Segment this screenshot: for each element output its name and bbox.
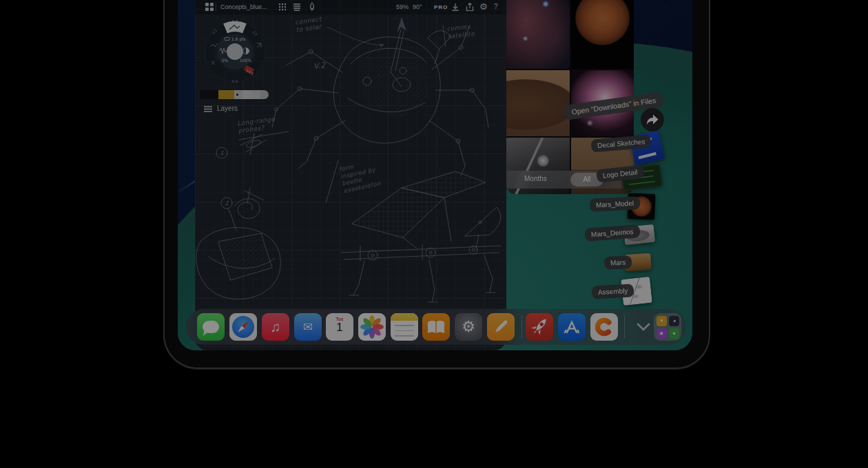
- app-store-a-icon: [558, 313, 586, 341]
- drag-item-label[interactable]: Mars: [604, 255, 632, 270]
- music-note-icon: ♫: [262, 313, 289, 341]
- wheel-active-size: 1.6: [231, 19, 238, 24]
- dock-icon-books[interactable]: [422, 313, 450, 341]
- dock-collapse-chevron[interactable]: [634, 317, 653, 337]
- brush-tool-wheel[interactable]: 1.6 1.3 3.5 14.5 6.8 1.6 pts 0% 100%: [202, 19, 268, 85]
- chevron-down-icon: [637, 323, 650, 331]
- layers-button[interactable]: Layers: [203, 104, 213, 114]
- app-library-mini-camera: [669, 316, 679, 326]
- dock-icon-photos[interactable]: [358, 313, 386, 341]
- layers-label: Layers: [217, 105, 238, 112]
- notes-yellow-band: [391, 313, 418, 321]
- layers-menu-icon: [203, 104, 213, 114]
- calendar-day: 1: [326, 321, 353, 334]
- annotation-comms-satellite: comms satellite: [446, 23, 475, 41]
- open-book-icon: [422, 313, 450, 341]
- pen-icon: [487, 313, 515, 341]
- sketch-marker-2: 2: [225, 200, 229, 206]
- screenshot-stage: Concepts_blue... 59% 90° PRO ⚙ ?: [0, 0, 868, 468]
- photo-horsehead-nebula[interactable]: [506, 0, 570, 69]
- dock-icon-calendar[interactable]: Tue 1: [326, 313, 353, 341]
- segment-months[interactable]: Months: [524, 175, 547, 182]
- drag-item-label[interactable]: Assembly: [592, 284, 634, 299]
- dock-icon-notes[interactable]: [391, 313, 418, 341]
- dock-icon-messages[interactable]: [197, 313, 225, 341]
- dock-divider: [521, 315, 522, 339]
- gear-icon: ⚙: [455, 313, 482, 341]
- dock-icon-concepts[interactable]: [590, 313, 618, 341]
- opacity-min-label: 0%: [222, 58, 229, 63]
- app-library-mini-clock: [669, 328, 679, 339]
- photo-grid: [506, 0, 634, 194]
- ipad-screen: Concepts_blue... 59% 90° PRO ⚙ ?: [178, 0, 692, 350]
- forward-arrow-icon: [645, 114, 659, 126]
- dock-icon-pages[interactable]: [487, 313, 515, 341]
- svg-text:6.8: 6.8: [232, 79, 238, 83]
- annotation-version: V.2: [313, 61, 326, 72]
- stroke-width-label: 1.6 pts: [231, 36, 246, 42]
- drag-share-arrow-badge: [641, 108, 664, 131]
- opacity-max-label: 100%: [240, 58, 251, 63]
- photo-mars-globe[interactable]: [571, 0, 634, 69]
- swatch-silver-2[interactable]: [242, 90, 251, 99]
- dock: ♫ ✉ Tue 1: [186, 309, 686, 345]
- photos-app-window[interactable]: Months All: [506, 0, 634, 194]
- speech-bubble-icon: [203, 321, 219, 333]
- swatch-silver-selected[interactable]: [234, 90, 242, 99]
- photos-flower-icon: [358, 313, 386, 341]
- swatch-gold[interactable]: [218, 90, 234, 99]
- swatch-silver-3[interactable]: [251, 90, 260, 99]
- dock-icon-safari[interactable]: [229, 313, 257, 341]
- concepts-app-window[interactable]: Concepts_blue... 59% 90° PRO ⚙ ?: [195, 0, 506, 350]
- sketch-marker-1: 1: [220, 150, 223, 156]
- photo-mars-surface[interactable]: [506, 70, 570, 136]
- concepts-c-icon: [590, 313, 618, 341]
- app-library-mini-tips: [657, 316, 667, 326]
- envelope-icon: ✉: [294, 313, 322, 341]
- dock-icon-settings[interactable]: ⚙: [455, 313, 482, 341]
- compass-icon: [232, 316, 254, 338]
- rocket-icon: [526, 313, 553, 341]
- dock-icon-app-store[interactable]: [558, 313, 586, 341]
- swatch-black[interactable]: [200, 90, 218, 99]
- dock-icon-app-library[interactable]: ★: [654, 313, 681, 341]
- dock-divider: [624, 315, 625, 339]
- color-palette-strip[interactable]: [200, 90, 269, 99]
- dock-icon-mail[interactable]: ✉: [294, 313, 322, 341]
- dock-icon-music[interactable]: ♫: [262, 313, 289, 341]
- drag-item-label[interactable]: Mars_Model: [590, 196, 641, 212]
- dock-icon-rocket-launcher[interactable]: [526, 313, 553, 341]
- app-library-mini-star: ★: [657, 328, 667, 339]
